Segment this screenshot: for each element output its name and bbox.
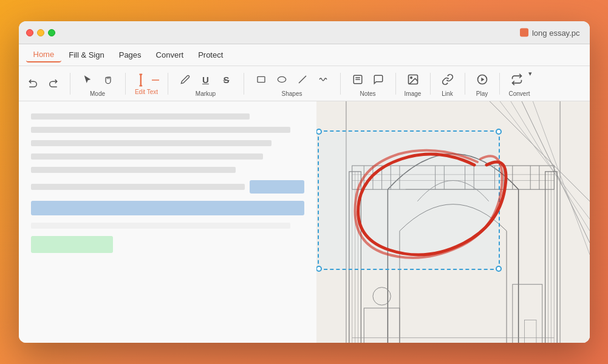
mode-icons — [78, 70, 118, 89]
undo-redo-group — [24, 74, 63, 93]
markup-group: U S Markup — [172, 69, 240, 99]
play-icon — [473, 70, 492, 89]
text-line — [31, 113, 250, 120]
edittext-icon — [133, 72, 160, 89]
text-line-part — [31, 184, 245, 190]
close-button[interactable] — [26, 29, 33, 36]
notes-label: Notes — [360, 90, 375, 97]
line-shape-icon[interactable] — [293, 70, 312, 89]
notes-icons — [348, 70, 388, 89]
text-line-with-highlight — [31, 180, 304, 194]
selected-text-line — [31, 201, 304, 215]
text-line — [31, 153, 264, 160]
separator-7 — [430, 73, 431, 95]
separator-8 — [465, 73, 465, 95]
window-title: long essay.pc — [520, 28, 580, 37]
image-label: Image — [405, 90, 422, 97]
menu-pages[interactable]: Pages — [112, 48, 149, 62]
convert-icons: ▾ — [507, 70, 532, 89]
menu-protect[interactable]: Protect — [191, 48, 230, 62]
separator-2 — [125, 73, 126, 95]
svg-point-12 — [410, 77, 412, 78]
link-label: Link — [442, 90, 453, 97]
menu-bar: Home Fill & Sign Pages Convert Protect — [19, 44, 590, 66]
markup-label: Markup — [196, 90, 216, 97]
illustration-panel — [316, 101, 590, 343]
separator-4 — [244, 73, 244, 95]
svg-point-6 — [278, 76, 285, 82]
document-panel — [19, 101, 316, 343]
toolbar: Mode Edit Text — [19, 66, 590, 101]
minimize-button[interactable] — [37, 29, 44, 36]
redo-button[interactable] — [43, 74, 63, 93]
ellipse-shape-icon[interactable] — [272, 70, 292, 89]
traffic-lights — [26, 29, 55, 36]
highlight-block — [250, 180, 304, 194]
file-icon — [520, 29, 528, 37]
separator-6 — [395, 73, 396, 95]
shapes-group: Shapes — [248, 69, 336, 99]
convert-group[interactable]: ▾ Convert — [504, 69, 536, 99]
separator-1 — [70, 73, 70, 95]
image-icon — [403, 70, 423, 89]
svg-rect-15 — [316, 101, 590, 343]
menu-home[interactable]: Home — [26, 47, 62, 62]
menu-convert[interactable]: Convert — [149, 48, 191, 62]
squiggle-shape-icon[interactable] — [313, 70, 333, 89]
svg-rect-5 — [258, 76, 265, 82]
architectural-illustration — [316, 101, 590, 343]
undo-button[interactable] — [24, 74, 43, 93]
edit-text-button[interactable]: Edit Text — [129, 69, 164, 99]
play-icons — [473, 70, 492, 89]
text-line — [31, 167, 236, 173]
text-line — [31, 223, 291, 229]
text-line — [31, 140, 272, 146]
shapes-label: Shapes — [282, 90, 302, 97]
content-area — [19, 101, 590, 343]
notes-group: Notes — [344, 69, 392, 99]
link-icons — [438, 70, 457, 89]
strikethrough-icon[interactable]: S — [217, 70, 236, 89]
play-group[interactable]: Play — [469, 69, 496, 99]
separator-3 — [168, 73, 168, 95]
text-line — [31, 127, 291, 133]
separator-5 — [340, 73, 341, 95]
green-highlight-block — [31, 236, 113, 253]
menu-fill-sign[interactable]: Fill & Sign — [61, 48, 112, 62]
play-label: Play — [476, 90, 488, 97]
mode-group[interactable]: Mode — [74, 69, 121, 99]
link-group[interactable]: Link — [434, 69, 461, 99]
pencil-icon[interactable] — [176, 70, 195, 89]
shapes-icons — [251, 70, 333, 89]
svg-marker-14 — [481, 78, 484, 82]
svg-line-7 — [299, 76, 306, 83]
cursor-icon — [78, 70, 97, 89]
sticky-note-icon[interactable] — [348, 70, 367, 89]
edittext-label: Edit Text — [135, 89, 158, 95]
image-group[interactable]: Image — [400, 69, 426, 99]
image-icons — [403, 70, 423, 89]
hand-icon — [98, 70, 118, 89]
convert-label: Convert — [508, 90, 530, 97]
titlebar: long essay.pc — [19, 21, 590, 44]
comment-icon[interactable] — [369, 70, 388, 89]
underline-icon[interactable]: U — [196, 70, 216, 89]
separator-9 — [499, 73, 500, 95]
pdf-image — [316, 101, 590, 343]
link-icon — [438, 70, 457, 89]
markup-icons: U S — [176, 70, 236, 89]
rect-shape-icon[interactable] — [251, 70, 271, 89]
mode-label: Mode — [90, 90, 105, 97]
maximize-button[interactable] — [48, 29, 55, 36]
app-window: long essay.pc Home Fill & Sign Pages Con… — [19, 21, 590, 343]
convert-icon — [507, 70, 527, 89]
